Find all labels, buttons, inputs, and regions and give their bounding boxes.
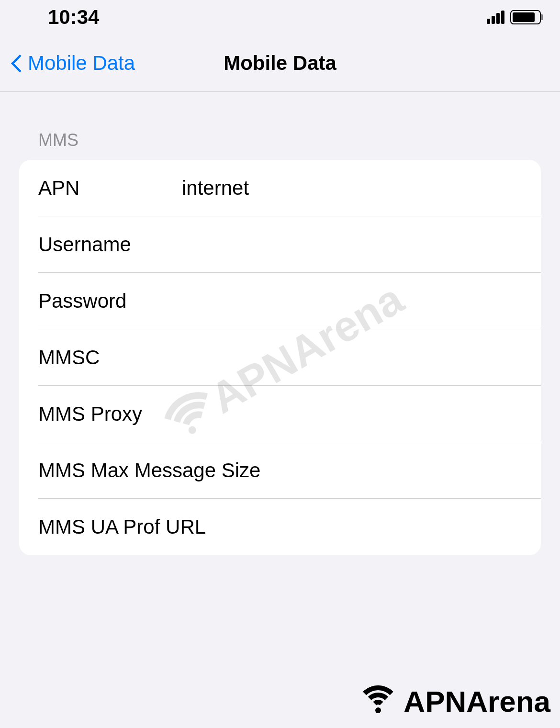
apn-row[interactable]: APN [19, 160, 541, 216]
password-row[interactable]: Password [19, 273, 541, 329]
section-header: MMS [19, 130, 541, 150]
back-button[interactable]: Mobile Data [0, 51, 135, 75]
cellular-signal-icon [487, 11, 504, 24]
chevron-left-icon [10, 51, 24, 75]
apn-label: APN [38, 177, 182, 200]
mmsc-label: MMSC [38, 346, 182, 369]
apn-input[interactable] [182, 177, 522, 200]
navigation-bar: Mobile Data Mobile Data [0, 34, 560, 92]
footer-logo: APNArena [357, 684, 550, 718]
mms-ua-prof-label: MMS UA Prof URL [38, 515, 206, 538]
status-bar: 10:34 [0, 0, 560, 34]
mms-proxy-label: MMS Proxy [38, 403, 182, 426]
settings-group: APN Username Password MMSC MMS Proxy MMS… [19, 160, 541, 555]
footer-logo-text: APNArena [403, 684, 550, 718]
page-title: Mobile Data [224, 52, 336, 75]
mms-max-size-input[interactable] [260, 459, 522, 482]
content-area: MMS APN Username Password MMSC MMS Proxy [0, 92, 560, 555]
battery-icon [510, 10, 541, 24]
back-label: Mobile Data [28, 52, 135, 75]
mms-proxy-input[interactable] [182, 403, 522, 426]
mms-max-size-label: MMS Max Message Size [38, 459, 260, 482]
mms-ua-prof-input[interactable] [206, 515, 522, 538]
status-indicators [487, 10, 541, 24]
password-label: Password [38, 290, 182, 313]
status-time: 10:34 [48, 6, 99, 29]
mmsc-row[interactable]: MMSC [19, 329, 541, 386]
password-input[interactable] [182, 290, 522, 313]
username-input[interactable] [182, 233, 522, 256]
mmsc-input[interactable] [182, 346, 522, 369]
username-label: Username [38, 233, 182, 256]
wifi-icon [357, 685, 400, 718]
mms-max-size-row[interactable]: MMS Max Message Size [19, 442, 541, 499]
mms-proxy-row[interactable]: MMS Proxy [19, 386, 541, 442]
username-row[interactable]: Username [19, 216, 541, 273]
mms-ua-prof-row[interactable]: MMS UA Prof URL [19, 499, 541, 555]
